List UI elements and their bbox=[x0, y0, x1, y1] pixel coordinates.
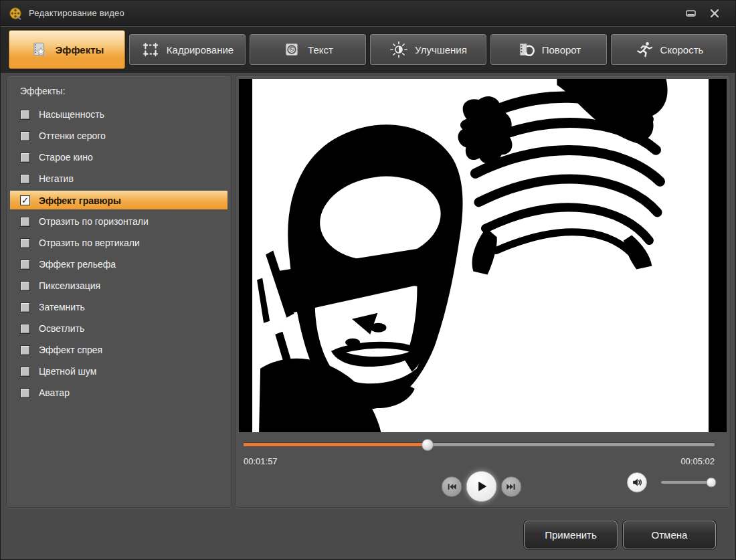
effect-item[interactable]: Затемнить bbox=[7, 296, 231, 318]
tab-effects[interactable]: Эффекты bbox=[9, 30, 125, 69]
effect-label: Цветной шум bbox=[39, 366, 96, 377]
previous-button[interactable] bbox=[441, 476, 462, 497]
effect-item[interactable]: Эффект спрея bbox=[7, 339, 231, 361]
checkbox-unchecked[interactable] bbox=[20, 174, 30, 184]
play-button[interactable] bbox=[466, 471, 496, 502]
effect-item[interactable]: Цветной шум bbox=[7, 361, 231, 382]
tab-label: Эффекты bbox=[56, 44, 104, 56]
text-stamp-icon: © bbox=[282, 40, 301, 59]
effect-item[interactable]: Аватар bbox=[7, 382, 231, 403]
volume-button[interactable] bbox=[627, 472, 647, 492]
close-icon[interactable] bbox=[706, 6, 723, 21]
effects-icon bbox=[30, 40, 49, 59]
effect-label: Аватар bbox=[39, 387, 70, 398]
transport-controls bbox=[441, 471, 521, 502]
stamp-copyright-glyph: © bbox=[289, 45, 294, 53]
minimize-button[interactable] bbox=[682, 6, 699, 21]
skip-forward-icon bbox=[505, 481, 517, 492]
checkbox-unchecked[interactable] bbox=[20, 367, 30, 377]
time-row: 00:01:57 00:05:02 bbox=[244, 456, 715, 466]
effects-list-header: Эффекты: bbox=[20, 86, 66, 96]
effect-label: Старое кино bbox=[39, 152, 93, 163]
checkbox-unchecked[interactable] bbox=[20, 260, 30, 270]
speaker-icon bbox=[631, 476, 643, 488]
checkbox-unchecked[interactable] bbox=[20, 324, 30, 334]
effect-label: Оттенки серого bbox=[39, 130, 106, 141]
effect-label: Насыщенность bbox=[39, 109, 104, 120]
effect-label: Пикселизация bbox=[39, 280, 100, 291]
effect-label: Негатив bbox=[39, 173, 74, 184]
video-preview bbox=[239, 79, 727, 432]
effect-label: Осветлить bbox=[39, 323, 84, 334]
tab-text[interactable]: © Текст bbox=[250, 34, 366, 65]
rotate-icon bbox=[517, 40, 535, 59]
volume-controls bbox=[627, 472, 647, 492]
crop-icon bbox=[141, 40, 160, 59]
effect-item[interactable]: Отразить по горизонтали bbox=[7, 211, 231, 232]
checkbox-unchecked[interactable] bbox=[20, 302, 30, 312]
seek-progress-fill bbox=[244, 443, 428, 446]
effect-label: Эффект рельефа bbox=[39, 259, 116, 270]
checkbox-unchecked[interactable] bbox=[20, 153, 30, 163]
checkbox-unchecked[interactable] bbox=[20, 345, 30, 355]
checkbox-unchecked[interactable] bbox=[20, 110, 30, 120]
effect-label: Затемнить bbox=[39, 302, 85, 312]
volume-slider[interactable] bbox=[661, 481, 715, 484]
effect-label: Отразить по горизонтали bbox=[39, 216, 149, 227]
effect-label: Отразить по вертикали bbox=[39, 238, 140, 248]
film-reel-icon bbox=[9, 7, 22, 20]
effect-item-selected[interactable]: ✓Эффект гравюры bbox=[10, 191, 227, 209]
engraving-artwork bbox=[252, 79, 709, 432]
effect-item[interactable]: Отразить по вертикали bbox=[7, 232, 231, 254]
player-panel: 00:01:57 00:05:02 bbox=[235, 76, 731, 508]
title-bar: Редактирование видео bbox=[1, 1, 735, 26]
skip-back-icon bbox=[446, 481, 457, 492]
effect-item[interactable]: Насыщенность bbox=[7, 104, 231, 125]
effect-item[interactable]: Пикселизация bbox=[7, 275, 231, 296]
tab-strip: Эффекты Кадрирование © bbox=[1, 26, 735, 73]
checkbox-unchecked[interactable] bbox=[20, 281, 30, 291]
effects-list: Насыщенность Оттенки серого Старое кино … bbox=[7, 104, 231, 403]
seek-bar[interactable] bbox=[244, 443, 715, 446]
elapsed-time: 00:01:57 bbox=[244, 456, 278, 466]
speed-icon bbox=[635, 40, 654, 59]
effects-sidebar: Эффекты: Насыщенность Оттенки серого Ста… bbox=[6, 76, 232, 508]
total-time: 00:05:02 bbox=[680, 456, 715, 466]
brightness-icon bbox=[389, 40, 408, 59]
cancel-button[interactable]: Отмена bbox=[623, 521, 716, 549]
volume-knob[interactable] bbox=[707, 478, 717, 488]
effect-item[interactable]: Негатив bbox=[7, 168, 231, 189]
apply-button[interactable]: Применить bbox=[524, 521, 618, 549]
tab-speed[interactable]: Скорость bbox=[611, 34, 727, 65]
tab-label: Кадрирование bbox=[167, 44, 234, 56]
checkbox-unchecked[interactable] bbox=[20, 131, 30, 141]
tab-label: Улучшения bbox=[415, 44, 467, 56]
effect-item[interactable]: Эффект рельефа bbox=[7, 254, 231, 275]
effect-item[interactable]: Оттенки серого bbox=[7, 125, 231, 147]
video-frame bbox=[252, 79, 709, 432]
tab-label: Текст bbox=[308, 44, 333, 56]
tab-rotate[interactable]: Поворот bbox=[490, 34, 607, 65]
checkbox-unchecked[interactable] bbox=[20, 238, 30, 248]
effect-label: Эффект спрея bbox=[39, 345, 102, 355]
checkbox-checked[interactable]: ✓ bbox=[20, 195, 30, 205]
video-edit-dialog: Редактирование видео Эффекты bbox=[0, 0, 736, 560]
play-icon bbox=[474, 479, 488, 494]
next-button[interactable] bbox=[500, 476, 521, 497]
tab-label: Поворот bbox=[542, 44, 581, 56]
tab-label: Скорость bbox=[660, 44, 704, 56]
checkbox-unchecked[interactable] bbox=[20, 217, 30, 227]
tab-crop[interactable]: Кадрирование bbox=[129, 34, 246, 65]
effect-item[interactable]: Старое кино bbox=[7, 147, 231, 168]
effect-item[interactable]: Осветлить bbox=[7, 318, 231, 339]
seek-knob[interactable] bbox=[422, 439, 434, 451]
window-title: Редактирование видео bbox=[29, 8, 124, 18]
effect-label: Эффект гравюры bbox=[39, 195, 121, 206]
checkbox-unchecked[interactable] bbox=[20, 388, 30, 398]
tab-enhance[interactable]: Улучшения bbox=[370, 34, 486, 65]
